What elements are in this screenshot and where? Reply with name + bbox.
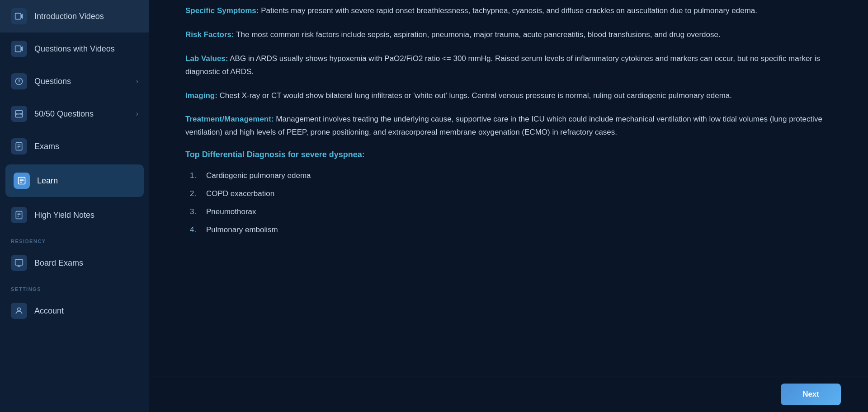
list-number: 2. xyxy=(190,189,201,198)
list-item: 2. COPD exacerbation xyxy=(190,185,832,203)
fifty-icon: 50/50 xyxy=(11,106,27,122)
svg-rect-0 xyxy=(15,13,21,19)
imaging-label: Imaging: xyxy=(185,91,217,100)
specific-symptoms-paragraph: Specific Symptoms: Patients may present … xyxy=(185,5,832,18)
next-button[interactable]: Next xyxy=(781,384,841,405)
lab-values-text: ABG in ARDS usually shows hypoxemia with… xyxy=(185,54,820,76)
sidebar-item-fifty-fifty[interactable]: 50/50 50/50 Questions › xyxy=(0,98,149,130)
question-icon: ? xyxy=(11,73,27,89)
sidebar-item-label: Learn xyxy=(37,176,58,186)
treatment-text: Management involves treating the underly… xyxy=(185,115,822,136)
svg-rect-20 xyxy=(15,260,23,266)
svg-rect-2 xyxy=(15,46,21,52)
sidebar-item-account[interactable]: Account xyxy=(0,295,149,327)
sidebar-item-label: Introduction Videos xyxy=(34,12,104,21)
sidebar-item-label: Account xyxy=(34,306,64,316)
video-icon-2 xyxy=(11,41,27,57)
notes-icon xyxy=(11,207,27,223)
chevron-right-icon-2: › xyxy=(136,110,138,118)
account-icon xyxy=(11,303,27,319)
list-number: 4. xyxy=(190,225,201,234)
sidebar-item-questions[interactable]: ? Questions › xyxy=(0,65,149,98)
svg-point-23 xyxy=(18,308,21,311)
sidebar-item-label: High Yield Notes xyxy=(34,211,94,220)
exam-icon xyxy=(11,138,27,154)
settings-section-label: SETTINGS xyxy=(0,279,149,295)
sidebar-item-questions-with-videos[interactable]: Questions with Videos xyxy=(0,33,149,65)
specific-symptoms-text: Patients may present with severe rapid o… xyxy=(259,6,757,15)
board-icon xyxy=(11,255,27,271)
residency-section-label: RESIDENCY xyxy=(0,231,149,247)
list-item: 4. Pulmonary embolism xyxy=(190,221,832,239)
svg-text:50/50: 50/50 xyxy=(15,112,23,116)
treatment-label: Treatment/Management: xyxy=(185,115,274,123)
specific-symptoms-label: Specific Symptoms: xyxy=(185,6,259,15)
imaging-paragraph: Imaging: Chest X-ray or CT would show bi… xyxy=(185,89,832,103)
treatment-paragraph: Treatment/Management: Management involve… xyxy=(185,113,832,139)
svg-text:?: ? xyxy=(18,79,21,84)
bottom-bar: Next xyxy=(149,376,868,412)
sidebar-item-learn[interactable]: Learn xyxy=(5,164,144,197)
sidebar-item-label: Questions with Videos xyxy=(34,44,115,54)
imaging-text: Chest X-ray or CT would show bilateral l… xyxy=(217,91,732,100)
differential-heading: Top Differential Diagnosis for severe dy… xyxy=(185,150,832,159)
list-number: 1. xyxy=(190,171,201,180)
sidebar-item-introduction-videos[interactable]: Introduction Videos xyxy=(0,0,149,33)
list-item: 3. Pneumothorax xyxy=(190,203,832,221)
list-item-text: Pulmonary embolism xyxy=(206,225,278,234)
differential-list: 1. Cardiogenic pulmonary edema 2. COPD e… xyxy=(185,167,832,239)
sidebar: Introduction Videos Questions with Video… xyxy=(0,0,149,412)
learn-icon xyxy=(14,173,30,189)
sidebar-item-label: Exams xyxy=(34,142,59,151)
content-scroll-area[interactable]: Specific Symptoms: Patients may present … xyxy=(149,0,868,376)
chevron-right-icon: › xyxy=(136,77,138,85)
lab-values-label: Lab Values: xyxy=(185,54,228,63)
list-item-text: Cardiogenic pulmonary edema xyxy=(206,171,311,180)
video-icon xyxy=(11,8,27,24)
list-number: 3. xyxy=(190,207,201,216)
list-item-text: Pneumothorax xyxy=(206,207,256,216)
main-content: Specific Symptoms: Patients may present … xyxy=(149,0,868,412)
sidebar-item-label: Questions xyxy=(34,77,71,86)
risk-factors-paragraph: Risk Factors: The most common risk facto… xyxy=(185,28,832,42)
risk-factors-label: Risk Factors: xyxy=(185,30,234,39)
lab-values-paragraph: Lab Values: ABG in ARDS usually shows hy… xyxy=(185,52,832,79)
list-item-text: COPD exacerbation xyxy=(206,189,274,198)
risk-factors-text: The most common risk factors include sep… xyxy=(234,30,721,39)
sidebar-item-label: 50/50 Questions xyxy=(34,109,94,119)
sidebar-item-label: Board Exams xyxy=(34,258,83,268)
list-item: 1. Cardiogenic pulmonary edema xyxy=(190,167,832,185)
sidebar-item-board-exams[interactable]: Board Exams xyxy=(0,247,149,279)
sidebar-item-exams[interactable]: Exams xyxy=(0,130,149,163)
sidebar-item-high-yield-notes[interactable]: High Yield Notes xyxy=(0,199,149,231)
